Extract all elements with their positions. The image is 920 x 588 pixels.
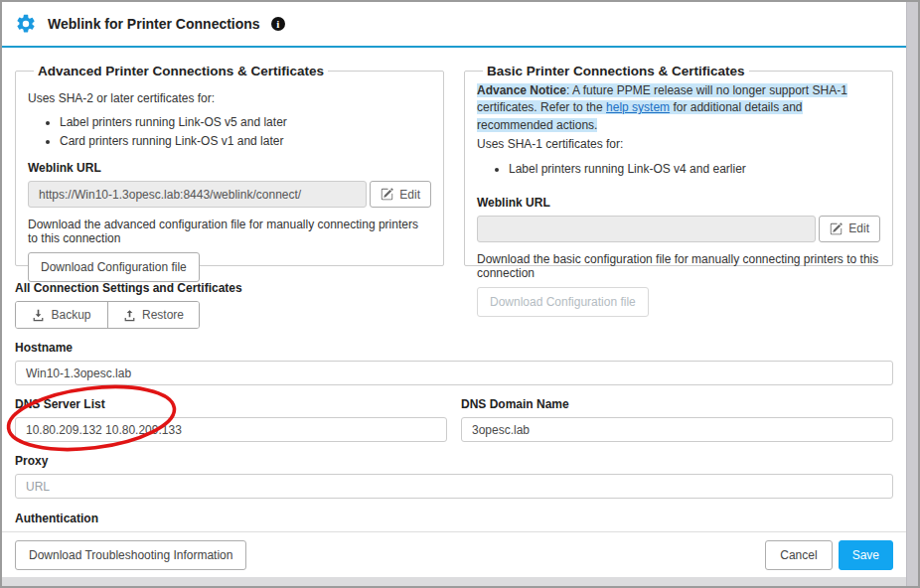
weblink-url-row: Edit: [28, 181, 431, 208]
weblink-url-row: Edit: [477, 216, 880, 242]
weblink-settings-window: Weblink for Printer Connections i Advanc…: [0, 0, 920, 588]
bullet-item: Label printers running Link-OS v5 and la…: [60, 115, 431, 129]
dns-server-list-label: DNS Server List: [15, 397, 447, 411]
footer-bar: Download Troubleshooting Information Can…: [2, 531, 906, 577]
basic-panel: Basic Printer Connections & Certificates…: [464, 64, 893, 266]
gear-icon: [15, 13, 37, 35]
backup-button-label: Backup: [51, 308, 90, 322]
edit-icon: [381, 188, 393, 201]
authentication-label: Authentication: [15, 512, 893, 525]
window-right-gutter: [906, 2, 918, 586]
basic-download-hint: Download the basic configuration file fo…: [477, 252, 880, 280]
window-bottom-gutter: [2, 577, 906, 586]
advanced-bullet-list: Label printers running Link-OS v5 and la…: [28, 115, 431, 148]
cancel-button[interactable]: Cancel: [765, 540, 832, 570]
advanced-panel-legend: Advanced Printer Connections & Certifica…: [34, 64, 328, 78]
help-system-link[interactable]: help system: [606, 100, 670, 114]
weblink-url-label: Weblink URL: [28, 161, 431, 175]
page-header: Weblink for Printer Connections i: [2, 2, 906, 46]
weblink-url-label: Weblink URL: [477, 196, 880, 210]
bullet-item: Card printers running Link-OS v1 and lat…: [60, 134, 431, 148]
page-title: Weblink for Printer Connections: [48, 16, 260, 32]
proxy-url-input[interactable]: [15, 474, 893, 499]
advanced-download-config-button[interactable]: Download Configuration file: [28, 252, 200, 282]
content-area: Advanced Printer Connections & Certifica…: [2, 48, 906, 558]
dns-domain-name-label: DNS Domain Name: [461, 397, 893, 411]
proxy-label: Proxy: [15, 454, 893, 468]
notice-bold: Advance Notice: [477, 83, 566, 97]
main-panel: Weblink for Printer Connections i Advanc…: [2, 2, 906, 577]
restore-button-label: Restore: [142, 308, 184, 322]
restore-button[interactable]: Restore: [107, 302, 199, 328]
dns-server-list-input[interactable]: [15, 417, 447, 442]
advanced-panel: Advanced Printer Connections & Certifica…: [15, 64, 444, 266]
advanced-download-hint: Download the advanced configuration file…: [28, 218, 431, 245]
edit-button-label: Edit: [848, 221, 869, 235]
edit-button-label: Edit: [399, 188, 420, 202]
basic-panel-legend: Basic Printer Connections & Certificates: [483, 64, 749, 78]
basic-bullet-list: Label printers running Link-OS v4 and ea…: [477, 162, 880, 176]
dns-domain-name-input[interactable]: [461, 417, 893, 442]
basic-weblink-url-input[interactable]: [477, 216, 816, 242]
info-circle-icon[interactable]: i: [271, 17, 285, 31]
backup-button[interactable]: Backup: [16, 302, 107, 328]
certificate-panels: Advanced Printer Connections & Certifica…: [15, 64, 893, 266]
edit-icon: [830, 222, 843, 235]
dns-domain-col: DNS Domain Name: [461, 397, 893, 442]
basic-edit-button[interactable]: Edit: [819, 216, 880, 242]
advanced-intro: Uses SHA-2 or later certificates for:: [28, 90, 431, 107]
download-icon: [32, 309, 45, 322]
upload-icon: [123, 309, 136, 322]
download-troubleshooting-button[interactable]: Download Troubleshooting Information: [15, 540, 246, 570]
save-button[interactable]: Save: [839, 540, 893, 570]
hostname-input[interactable]: [15, 361, 893, 385]
basic-notice: Advance Notice: A future PPME release wi…: [477, 82, 880, 134]
dns-row: DNS Server List DNS Domain Name: [15, 397, 893, 442]
advanced-edit-button[interactable]: Edit: [370, 181, 431, 208]
basic-download-config-button[interactable]: Download Configuration file: [477, 287, 649, 317]
advanced-weblink-url-input[interactable]: [28, 181, 367, 208]
hostname-label: Hostname: [15, 341, 893, 355]
basic-intro: Uses SHA-1 certificates for:: [477, 136, 880, 153]
notice-highlight: Advance Notice: A future PPME release wi…: [477, 83, 847, 132]
backup-restore-group: Backup Restore: [15, 301, 200, 329]
dns-server-col: DNS Server List: [15, 397, 447, 442]
bullet-item: Label printers running Link-OS v4 and ea…: [509, 162, 880, 176]
